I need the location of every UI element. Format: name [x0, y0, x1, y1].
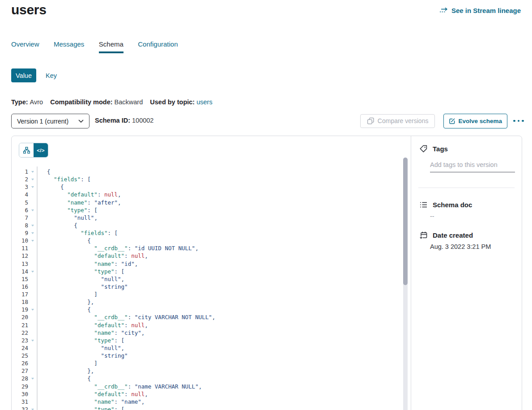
evolve-schema-label: Evolve schema	[458, 118, 502, 124]
code-text: },	[37, 367, 94, 375]
compat-label: Compatibility mode:	[50, 98, 112, 106]
stream-lineage-link[interactable]: See in Stream lineage	[439, 7, 521, 14]
tree-view-button[interactable]	[19, 143, 34, 157]
code-editor[interactable]: 1{2 "fields": [3 {4 "default": null,5 "n…	[12, 168, 401, 410]
fold-toggle-icon[interactable]	[28, 268, 37, 275]
type-label: Type:	[11, 98, 28, 106]
code-text: "type": [	[37, 268, 124, 275]
code-line: 14 "type": [	[12, 268, 401, 275]
tab-schema[interactable]: Schema	[99, 40, 123, 53]
line-number: 1	[12, 168, 28, 175]
code-line: 6 "type": [	[12, 206, 401, 214]
code-text: {	[37, 237, 91, 244]
code-text: {	[37, 375, 91, 382]
line-number: 28	[12, 375, 28, 382]
version-controls-row: Version 1 (current) Schema ID: 100002 Co…	[11, 113, 524, 128]
version-select-value: Version 1 (current)	[17, 118, 68, 125]
fold-toggle-icon[interactable]	[28, 168, 37, 175]
line-number: 3	[12, 183, 28, 191]
date-created-title: Date created	[433, 231, 473, 239]
fold-toggle-icon[interactable]	[28, 222, 37, 229]
value-key-toggle: Value Key	[11, 68, 57, 82]
code-line: 31 "name": "name",	[12, 398, 401, 406]
line-number: 29	[12, 383, 28, 390]
line-number: 4	[12, 191, 28, 198]
tags-input[interactable]	[430, 160, 515, 172]
version-select[interactable]: Version 1 (current)	[11, 114, 89, 128]
code-line: 28 {	[12, 375, 401, 382]
more-options-button[interactable]	[513, 116, 524, 125]
code-text: "name": "name",	[37, 398, 145, 406]
evolve-schema-button[interactable]: Evolve schema	[443, 114, 507, 128]
line-number: 22	[12, 329, 28, 337]
key-tab-button[interactable]: Key	[46, 72, 57, 79]
fold-toggle-icon[interactable]	[28, 375, 37, 382]
fold-toggle-icon[interactable]	[28, 175, 37, 183]
fold-toggle-icon[interactable]	[28, 337, 37, 344]
code-line: 10 {	[12, 237, 401, 244]
code-line: 17 ]	[12, 290, 401, 298]
fold-toggle-icon[interactable]	[28, 206, 37, 214]
fold-spacer	[28, 321, 37, 329]
code-text: ]	[37, 290, 98, 298]
code-line: 24 "null",	[12, 344, 401, 352]
line-number: 30	[12, 390, 28, 398]
code-line: 12 "default": null,	[12, 252, 401, 260]
code-text: "default": null,	[37, 252, 148, 260]
line-number: 5	[12, 199, 28, 206]
tab-messages[interactable]: Messages	[54, 40, 84, 53]
fold-toggle-icon[interactable]	[28, 406, 37, 410]
tab-overview[interactable]: Overview	[11, 40, 39, 53]
code-text: "string"	[37, 283, 128, 290]
fold-toggle-icon[interactable]	[28, 229, 37, 237]
code-line: 15 "null",	[12, 275, 401, 283]
fold-spacer	[28, 390, 37, 398]
fold-spacer	[28, 344, 37, 352]
code-line: 3 {	[12, 183, 401, 191]
line-number: 20	[12, 313, 28, 321]
code-text: "null",	[37, 214, 98, 222]
fold-spacer	[28, 359, 37, 367]
code-line: 5 "name": "after",	[12, 199, 401, 206]
stream-lineage-label: See in Stream lineage	[451, 7, 521, 14]
value-tab-button[interactable]: Value	[11, 68, 36, 82]
fold-spacer	[28, 252, 37, 260]
code-line: 21 "default": null,	[12, 321, 401, 329]
topic-link[interactable]: users	[196, 98, 212, 106]
schema-panel: </> 1{2 "fields": [3 {4 "default": null,…	[11, 136, 522, 410]
scrollbar-thumb[interactable]	[403, 158, 408, 285]
fold-spacer	[28, 313, 37, 321]
code-line: 9 "fields": [	[12, 229, 401, 237]
fold-toggle-icon[interactable]	[28, 237, 37, 244]
code-text: ]	[37, 359, 98, 367]
line-number: 21	[12, 321, 28, 329]
tab-configuration[interactable]: Configuration	[138, 40, 178, 53]
line-number: 15	[12, 275, 28, 283]
fold-toggle-icon[interactable]	[28, 306, 37, 313]
code-text: "__crdb__": "id UUID NOT NULL",	[37, 244, 199, 252]
fold-spacer	[28, 329, 37, 337]
fold-spacer	[28, 283, 37, 290]
fold-spacer	[28, 298, 37, 306]
code-line: 22 "name": "city",	[12, 329, 401, 337]
code-line: 11 "__crdb__": "id UUID NOT NULL",	[12, 244, 401, 252]
code-line: 13 "name": "id",	[12, 260, 401, 268]
code-line: 27 },	[12, 367, 401, 375]
code-line: 16 "string"	[12, 283, 401, 290]
compat-value: Backward	[115, 98, 143, 106]
line-number: 23	[12, 337, 28, 344]
line-number: 32	[12, 406, 28, 410]
fold-spacer	[28, 352, 37, 359]
tags-title: Tags	[433, 145, 448, 153]
code-line: 20 "__crdb__": "city VARCHAR NOT NULL",	[12, 313, 401, 321]
compare-versions-button[interactable]: Compare versions	[360, 114, 435, 128]
line-number: 13	[12, 260, 28, 268]
fold-toggle-icon[interactable]	[28, 183, 37, 191]
fold-spacer	[28, 275, 37, 283]
code-text: "fields": [	[37, 175, 91, 183]
fold-spacer	[28, 214, 37, 222]
code-view-button[interactable]: </>	[34, 143, 48, 157]
line-number: 27	[12, 367, 28, 375]
fold-spacer	[28, 383, 37, 390]
schema-doc-value: --	[430, 213, 434, 220]
